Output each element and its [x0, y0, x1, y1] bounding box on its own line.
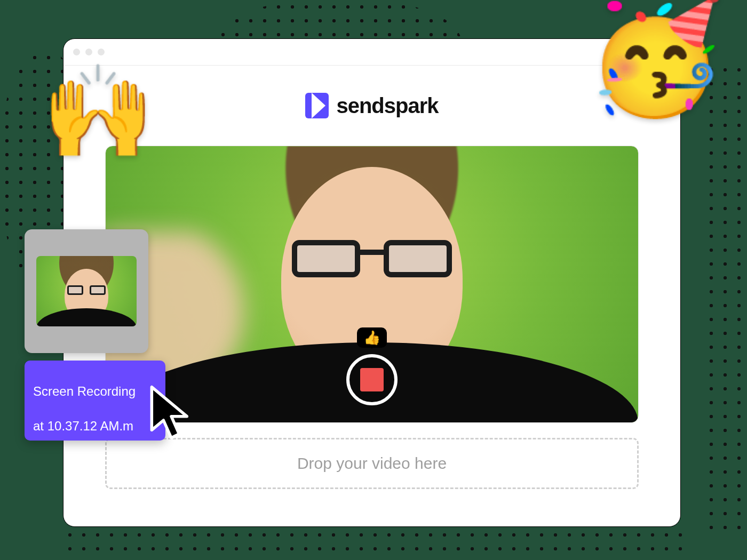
window-traffic-dot [85, 49, 92, 55]
dragged-file-name-badge: Screen Recording at 10.37.12 AM.m [25, 361, 165, 441]
window-titlebar [63, 39, 680, 66]
window-traffic-dot [73, 49, 80, 55]
dragged-file-group[interactable]: Screen Recording at 10.37.12 AM.m [25, 229, 174, 441]
stop-icon [360, 368, 384, 391]
window-traffic-dot [98, 49, 105, 55]
thumbs-up-icon: 👍 [363, 330, 380, 346]
brand-header: sendspark [63, 66, 680, 146]
dragged-file-name-line2: at 10.37.12 AM.m [33, 419, 133, 433]
video-preview: 👍 [105, 146, 639, 423]
brand-name: sendspark [336, 94, 438, 118]
video-dropzone[interactable]: Drop your video here [105, 438, 639, 489]
decor-dots [63, 528, 682, 560]
brand-logo-icon [305, 93, 329, 118]
decor-dots [704, 63, 747, 538]
reaction-tooltip: 👍 [357, 327, 387, 348]
dropzone-label: Drop your video here [297, 454, 447, 473]
dragged-file-name-line1: Screen Recording [33, 384, 136, 398]
dragged-file-thumbnail [25, 229, 148, 353]
video-area: 👍 [105, 146, 639, 423]
mouse-cursor-icon [147, 385, 195, 444]
stop-recording-button[interactable] [346, 354, 398, 405]
